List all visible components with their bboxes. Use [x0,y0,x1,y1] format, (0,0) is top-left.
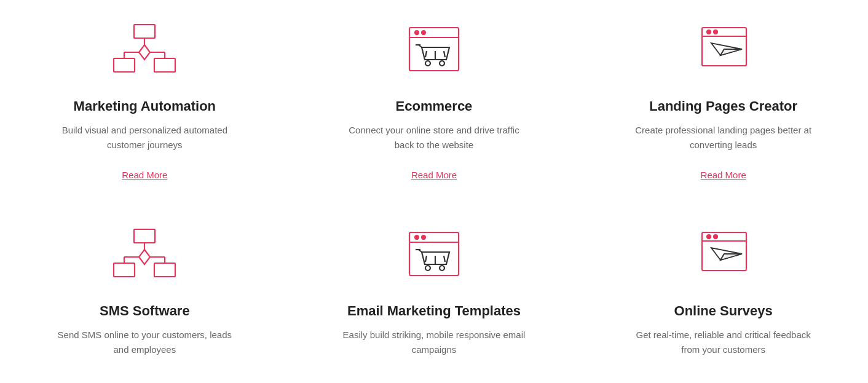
card-description: Create professional landing pages better… [631,123,816,152]
svg-rect-0 [134,25,155,38]
card-title: Ecommerce [396,98,473,114]
svg-point-13 [425,61,430,66]
svg-point-38 [425,266,430,270]
ecommerce-icon [397,18,471,86]
card-title: SMS Software [100,303,190,319]
card-description: Easily build striking, mobile responsive… [342,328,526,357]
svg-point-39 [440,266,444,270]
svg-point-35 [415,235,419,239]
card-description: Connect your online store and drive traf… [342,123,526,152]
card-marketing-automation: Marketing Automation Build visual and pe… [0,0,290,205]
svg-rect-27 [154,263,175,277]
svg-point-14 [440,61,444,66]
sms-icon [108,223,181,291]
read-more-link[interactable]: Read More [411,170,457,180]
read-more-link[interactable]: Read More [122,170,167,180]
landing-pages-icon [687,18,760,86]
card-title: Landing Pages Creator [649,98,797,114]
svg-marker-7 [139,45,150,60]
card-email-marketing: Email Marketing Templates Easily build s… [290,205,579,382]
card-online-surveys: Online Surveys Get real-time, reliable a… [578,205,868,382]
card-description: Send SMS online to your customers, leads… [52,328,237,357]
svg-rect-25 [134,229,155,243]
card-description: Build visual and personalized automated … [52,123,237,152]
card-ecommerce: Ecommerce Connect your online store and … [290,0,579,205]
svg-point-20 [707,30,711,34]
svg-point-10 [415,31,419,34]
svg-point-21 [714,30,717,34]
card-title: Email Marketing Templates [347,303,521,319]
svg-rect-26 [114,263,135,277]
svg-point-11 [422,31,425,34]
svg-rect-1 [114,58,135,72]
svg-point-46 [714,235,717,239]
svg-marker-32 [139,250,150,264]
online-surveys-icon [687,223,760,291]
card-title: Marketing Automation [74,98,216,114]
card-landing-pages: Landing Pages Creator Create professiona… [578,0,868,205]
read-more-link[interactable]: Read More [701,170,746,180]
automation-icon [108,18,181,86]
features-grid: Marketing Automation Build visual and pe… [0,0,868,382]
svg-marker-49 [720,254,742,260]
svg-marker-24 [720,49,742,55]
card-sms-software: SMS Software Send SMS online to your cus… [0,205,290,382]
email-marketing-icon [397,223,471,291]
card-description: Get real-time, reliable and critical fee… [631,328,816,357]
svg-rect-2 [154,58,175,72]
svg-point-36 [422,235,425,239]
svg-point-45 [707,235,711,239]
card-title: Online Surveys [674,303,773,319]
